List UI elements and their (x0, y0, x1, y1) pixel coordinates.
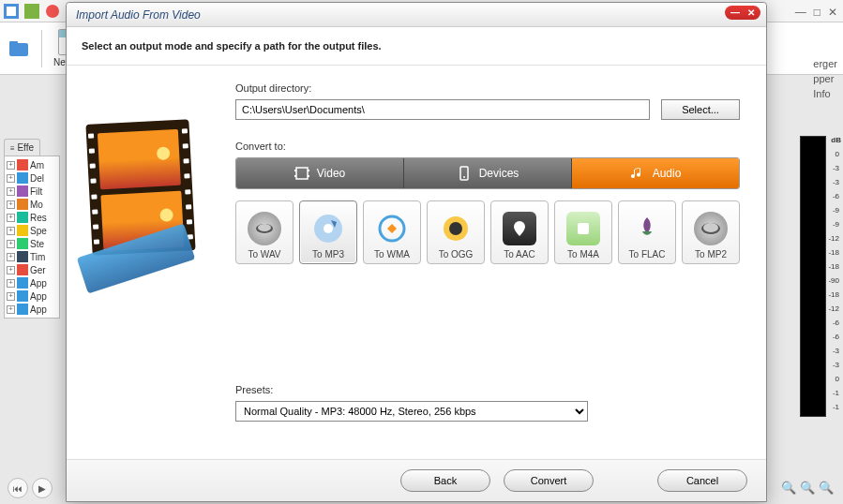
svg-rect-32 (578, 223, 589, 234)
app-icon-3[interactable] (45, 4, 60, 19)
tree-item[interactable]: +Mo (7, 198, 57, 211)
svg-rect-21 (308, 170, 309, 171)
label-info: Info (813, 88, 837, 99)
format-aac-label: To AAC (504, 249, 534, 259)
svg-rect-18 (296, 168, 308, 179)
app-icon-1[interactable] (4, 4, 19, 19)
minimize-button[interactable]: — (795, 6, 806, 19)
svg-rect-6 (17, 159, 28, 170)
format-flac[interactable]: To FLAC (618, 200, 676, 264)
zoom-fit-icon[interactable]: 🔍 (819, 481, 834, 495)
tab-audio[interactable]: Audio (572, 158, 739, 188)
film-icon (89, 122, 211, 272)
format-m4a[interactable]: To M4A (554, 200, 612, 264)
svg-rect-22 (308, 175, 309, 177)
wma-icon (375, 212, 409, 245)
svg-point-28 (324, 224, 333, 233)
svg-rect-4 (9, 43, 28, 56)
app-icon-2[interactable] (24, 4, 39, 19)
audio-icon (630, 166, 645, 181)
device-icon (457, 166, 472, 181)
format-wav[interactable]: To WAV (235, 200, 294, 264)
tree-item[interactable]: +Am (7, 158, 57, 171)
svg-rect-11 (17, 225, 28, 236)
tree-item[interactable]: +Ger (7, 263, 57, 276)
format-ogg[interactable]: To OGG (427, 200, 485, 264)
folder-icon[interactable] (8, 37, 30, 60)
playback-controls: ⏮ ▶ (8, 478, 53, 498)
import-audio-dialog: Import Audio From Video — ✕ Select an ou… (66, 2, 767, 502)
presets-select[interactable]: Normal Quality - MP3: 48000 Hz, Stereo, … (235, 401, 588, 422)
tree-item[interactable]: +Res (7, 211, 57, 224)
output-dir-label: Output directory: (235, 82, 740, 94)
format-aac[interactable]: To AAC (490, 200, 549, 264)
presets-label: Presets: (235, 384, 740, 395)
svg-rect-10 (17, 212, 28, 223)
tab-devices-label: Devices (479, 167, 519, 180)
format-ogg-label: To OGG (439, 249, 474, 259)
dialog-illustration (67, 66, 233, 459)
tree-item[interactable]: +Tim (7, 250, 57, 263)
tab-video[interactable]: Video (236, 158, 403, 188)
format-buttons: To WAV To MP3 To WMA To OGG To AAC (235, 200, 740, 264)
dialog-close-button[interactable]: ✕ (747, 7, 755, 18)
maximize-button[interactable]: □ (814, 6, 820, 19)
svg-rect-20 (294, 175, 296, 177)
format-mp2-label: To MP2 (695, 249, 727, 259)
effects-tab[interactable]: ≡ Effe (4, 139, 40, 156)
format-mp3[interactable]: To MP3 (299, 200, 357, 264)
label-pper: pper (813, 73, 837, 84)
dialog-title: Import Audio From Video (76, 8, 201, 22)
svg-rect-13 (17, 251, 28, 262)
format-wma-label: To WMA (374, 249, 410, 259)
back-button[interactable]: Back (400, 469, 490, 492)
format-m4a-label: To M4A (567, 249, 599, 259)
tree-item[interactable]: +Spe (7, 224, 57, 237)
svg-point-24 (463, 176, 465, 178)
ogg-icon (439, 212, 473, 245)
tree-item[interactable]: +Filt (7, 185, 57, 198)
tree-item[interactable]: +Ste (7, 237, 57, 250)
aac-icon (503, 212, 536, 245)
tree-item[interactable]: +App (7, 276, 57, 289)
mp2-icon (694, 212, 728, 245)
svg-rect-2 (24, 4, 39, 19)
svg-rect-1 (7, 7, 16, 16)
svg-rect-12 (17, 238, 28, 249)
cancel-button[interactable]: Cancel (657, 469, 747, 492)
svg-rect-14 (17, 264, 28, 275)
tree-item[interactable]: +Del (7, 171, 57, 185)
svg-point-3 (46, 5, 59, 18)
dialog-titlebar[interactable]: Import Audio From Video — ✕ (67, 3, 766, 27)
svg-rect-17 (17, 304, 28, 315)
convert-to-label: Convert to: (235, 141, 740, 152)
zoom-in-icon[interactable]: 🔍 (800, 481, 815, 495)
convert-button[interactable]: Convert (504, 469, 594, 492)
tab-audio-label: Audio (653, 167, 682, 180)
tree-item[interactable]: +App (7, 289, 57, 303)
prev-button[interactable]: ⏮ (8, 478, 28, 498)
tree-item[interactable]: +App (7, 303, 57, 316)
format-mp2[interactable]: To MP2 (682, 200, 740, 264)
select-directory-button[interactable]: Select... (661, 99, 740, 120)
svg-rect-19 (294, 170, 296, 171)
tab-video-label: Video (317, 167, 345, 180)
wav-icon (248, 212, 281, 245)
bg-window-controls: — □ ✕ (795, 6, 837, 19)
close-button[interactable]: ✕ (828, 6, 837, 19)
dialog-minimize-button[interactable]: — (730, 7, 740, 18)
svg-rect-16 (17, 290, 28, 302)
mp3-icon (311, 212, 345, 245)
effects-panel: ≡ Effe +Am+Del+Filt+Mo+Res+Spe+Ste+Tim+G… (4, 139, 60, 319)
svg-point-31 (449, 222, 462, 235)
zoom-controls: 🔍 🔍 🔍 (781, 481, 834, 495)
format-wma[interactable]: To WMA (363, 200, 421, 264)
db-meter (800, 136, 826, 417)
svg-point-26 (258, 224, 271, 231)
dialog-close-group: — ✕ (725, 6, 760, 20)
zoom-out-icon[interactable]: 🔍 (781, 481, 796, 495)
output-dir-input[interactable] (235, 99, 650, 120)
tab-devices[interactable]: Devices (404, 158, 571, 188)
effects-tree: +Am+Del+Filt+Mo+Res+Spe+Ste+Tim+Ger+App+… (4, 156, 60, 319)
play-button[interactable]: ▶ (32, 478, 53, 498)
